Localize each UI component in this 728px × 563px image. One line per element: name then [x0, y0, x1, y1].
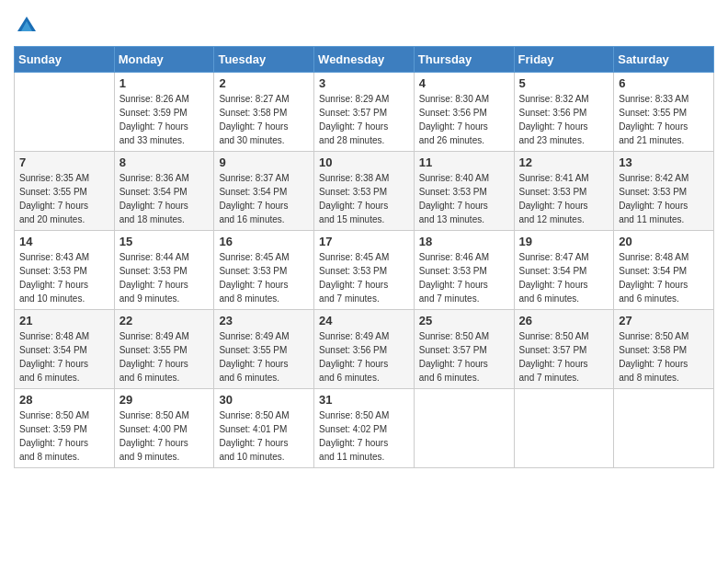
day-cell: 3Sunrise: 8:29 AM Sunset: 3:57 PM Daylig…: [314, 73, 415, 152]
day-cell: 21Sunrise: 8:48 AM Sunset: 3:54 PM Dayli…: [15, 310, 115, 389]
day-cell: 14Sunrise: 8:43 AM Sunset: 3:53 PM Dayli…: [15, 231, 115, 310]
day-info: Sunrise: 8:33 AM Sunset: 3:55 PM Dayligh…: [619, 92, 709, 147]
day-number: 14: [19, 235, 109, 248]
day-cell: 13Sunrise: 8:42 AM Sunset: 3:53 PM Dayli…: [614, 152, 714, 231]
day-info: Sunrise: 8:37 AM Sunset: 3:54 PM Dayligh…: [219, 171, 309, 226]
day-cell: 9Sunrise: 8:37 AM Sunset: 3:54 PM Daylig…: [214, 152, 314, 231]
header-cell-thursday: Thursday: [414, 47, 514, 73]
day-cell: 25Sunrise: 8:50 AM Sunset: 3:57 PM Dayli…: [414, 310, 514, 389]
day-info: Sunrise: 8:46 AM Sunset: 3:53 PM Dayligh…: [419, 250, 509, 305]
day-cell: 6Sunrise: 8:33 AM Sunset: 3:55 PM Daylig…: [614, 73, 714, 152]
day-info: Sunrise: 8:50 AM Sunset: 4:00 PM Dayligh…: [119, 408, 210, 464]
day-cell: 30Sunrise: 8:50 AM Sunset: 4:01 PM Dayli…: [214, 389, 314, 468]
header-cell-friday: Friday: [514, 47, 614, 73]
day-info: Sunrise: 8:50 AM Sunset: 4:02 PM Dayligh…: [319, 408, 409, 464]
day-info: Sunrise: 8:50 AM Sunset: 4:01 PM Dayligh…: [219, 408, 309, 464]
day-info: Sunrise: 8:42 AM Sunset: 3:53 PM Dayligh…: [619, 171, 709, 226]
day-cell: [15, 73, 115, 152]
day-cell: [614, 389, 714, 468]
day-number: 10: [319, 155, 409, 169]
day-info: Sunrise: 8:41 AM Sunset: 3:53 PM Dayligh…: [519, 171, 609, 226]
day-info: Sunrise: 8:45 AM Sunset: 3:53 PM Dayligh…: [219, 250, 309, 305]
header-row: SundayMondayTuesdayWednesdayThursdayFrid…: [15, 47, 714, 73]
day-info: Sunrise: 8:49 AM Sunset: 3:55 PM Dayligh…: [119, 329, 210, 385]
day-cell: 7Sunrise: 8:35 AM Sunset: 3:55 PM Daylig…: [15, 152, 115, 231]
day-number: 28: [19, 393, 109, 407]
day-info: Sunrise: 8:32 AM Sunset: 3:56 PM Dayligh…: [519, 92, 609, 147]
day-number: 24: [319, 314, 409, 327]
page-header: [14, 9, 714, 39]
header-cell-monday: Monday: [114, 47, 214, 73]
day-number: 13: [619, 155, 709, 169]
day-number: 31: [319, 393, 409, 407]
day-info: Sunrise: 8:47 AM Sunset: 3:54 PM Dayligh…: [519, 250, 609, 305]
day-info: Sunrise: 8:50 AM Sunset: 3:59 PM Dayligh…: [19, 408, 109, 464]
day-number: 4: [419, 76, 509, 90]
day-number: 17: [319, 235, 409, 248]
day-number: 25: [419, 314, 509, 327]
day-number: 19: [519, 235, 609, 248]
day-info: Sunrise: 8:44 AM Sunset: 3:53 PM Dayligh…: [119, 250, 210, 305]
day-info: Sunrise: 8:27 AM Sunset: 3:58 PM Dayligh…: [219, 92, 309, 147]
day-cell: [414, 389, 514, 468]
day-cell: [514, 389, 614, 468]
day-info: Sunrise: 8:50 AM Sunset: 3:57 PM Dayligh…: [419, 329, 509, 385]
day-cell: 31Sunrise: 8:50 AM Sunset: 4:02 PM Dayli…: [314, 389, 415, 468]
day-info: Sunrise: 8:49 AM Sunset: 3:56 PM Dayligh…: [319, 329, 409, 385]
day-cell: 19Sunrise: 8:47 AM Sunset: 3:54 PM Dayli…: [514, 231, 614, 310]
day-cell: 17Sunrise: 8:45 AM Sunset: 3:53 PM Dayli…: [314, 231, 415, 310]
day-info: Sunrise: 8:45 AM Sunset: 3:53 PM Dayligh…: [319, 250, 409, 305]
week-row-4: 21Sunrise: 8:48 AM Sunset: 3:54 PM Dayli…: [15, 310, 714, 389]
logo-icon: [14, 13, 40, 39]
day-cell: 24Sunrise: 8:49 AM Sunset: 3:56 PM Dayli…: [314, 310, 415, 389]
day-info: Sunrise: 8:30 AM Sunset: 3:56 PM Dayligh…: [419, 92, 509, 147]
day-info: Sunrise: 8:50 AM Sunset: 3:58 PM Dayligh…: [619, 329, 709, 385]
header-cell-sunday: Sunday: [15, 47, 115, 73]
day-cell: 28Sunrise: 8:50 AM Sunset: 3:59 PM Dayli…: [15, 389, 115, 468]
day-cell: 16Sunrise: 8:45 AM Sunset: 3:53 PM Dayli…: [214, 231, 314, 310]
day-number: 8: [119, 155, 210, 169]
day-info: Sunrise: 8:35 AM Sunset: 3:55 PM Dayligh…: [19, 171, 109, 226]
day-number: 29: [119, 393, 210, 407]
week-row-3: 14Sunrise: 8:43 AM Sunset: 3:53 PM Dayli…: [15, 231, 714, 310]
day-info: Sunrise: 8:29 AM Sunset: 3:57 PM Dayligh…: [319, 92, 409, 147]
day-number: 27: [619, 314, 709, 327]
day-number: 18: [419, 235, 509, 248]
day-cell: 5Sunrise: 8:32 AM Sunset: 3:56 PM Daylig…: [514, 73, 614, 152]
day-number: 15: [119, 235, 210, 248]
day-number: 16: [219, 235, 309, 248]
day-info: Sunrise: 8:40 AM Sunset: 3:53 PM Dayligh…: [419, 171, 509, 226]
day-cell: 22Sunrise: 8:49 AM Sunset: 3:55 PM Dayli…: [114, 310, 214, 389]
day-cell: 1Sunrise: 8:26 AM Sunset: 3:59 PM Daylig…: [114, 73, 214, 152]
day-number: 26: [519, 314, 609, 327]
day-cell: 23Sunrise: 8:49 AM Sunset: 3:55 PM Dayli…: [214, 310, 314, 389]
day-number: 30: [219, 393, 309, 407]
day-number: 20: [619, 235, 709, 248]
day-number: 7: [19, 155, 109, 169]
day-info: Sunrise: 8:36 AM Sunset: 3:54 PM Dayligh…: [119, 171, 210, 226]
logo: [14, 13, 43, 39]
day-cell: 29Sunrise: 8:50 AM Sunset: 4:00 PM Dayli…: [114, 389, 214, 468]
day-number: 1: [119, 76, 210, 90]
day-info: Sunrise: 8:48 AM Sunset: 3:54 PM Dayligh…: [19, 329, 109, 385]
day-number: 22: [119, 314, 210, 327]
week-row-5: 28Sunrise: 8:50 AM Sunset: 3:59 PM Dayli…: [15, 389, 714, 468]
day-number: 2: [219, 76, 309, 90]
day-cell: 10Sunrise: 8:38 AM Sunset: 3:53 PM Dayli…: [314, 152, 415, 231]
week-row-2: 7Sunrise: 8:35 AM Sunset: 3:55 PM Daylig…: [15, 152, 714, 231]
day-cell: 8Sunrise: 8:36 AM Sunset: 3:54 PM Daylig…: [114, 152, 214, 231]
day-cell: 15Sunrise: 8:44 AM Sunset: 3:53 PM Dayli…: [114, 231, 214, 310]
day-info: Sunrise: 8:50 AM Sunset: 3:57 PM Dayligh…: [519, 329, 609, 385]
week-row-1: 1Sunrise: 8:26 AM Sunset: 3:59 PM Daylig…: [15, 73, 714, 152]
day-info: Sunrise: 8:38 AM Sunset: 3:53 PM Dayligh…: [319, 171, 409, 226]
day-cell: 18Sunrise: 8:46 AM Sunset: 3:53 PM Dayli…: [414, 231, 514, 310]
day-cell: 11Sunrise: 8:40 AM Sunset: 3:53 PM Dayli…: [414, 152, 514, 231]
day-number: 6: [619, 76, 709, 90]
day-number: 9: [219, 155, 309, 169]
calendar-table: SundayMondayTuesdayWednesdayThursdayFrid…: [14, 46, 714, 468]
day-cell: 4Sunrise: 8:30 AM Sunset: 3:56 PM Daylig…: [414, 73, 514, 152]
day-info: Sunrise: 8:49 AM Sunset: 3:55 PM Dayligh…: [219, 329, 309, 385]
day-info: Sunrise: 8:26 AM Sunset: 3:59 PM Dayligh…: [119, 92, 210, 147]
day-number: 23: [219, 314, 309, 327]
header-cell-saturday: Saturday: [614, 47, 714, 73]
